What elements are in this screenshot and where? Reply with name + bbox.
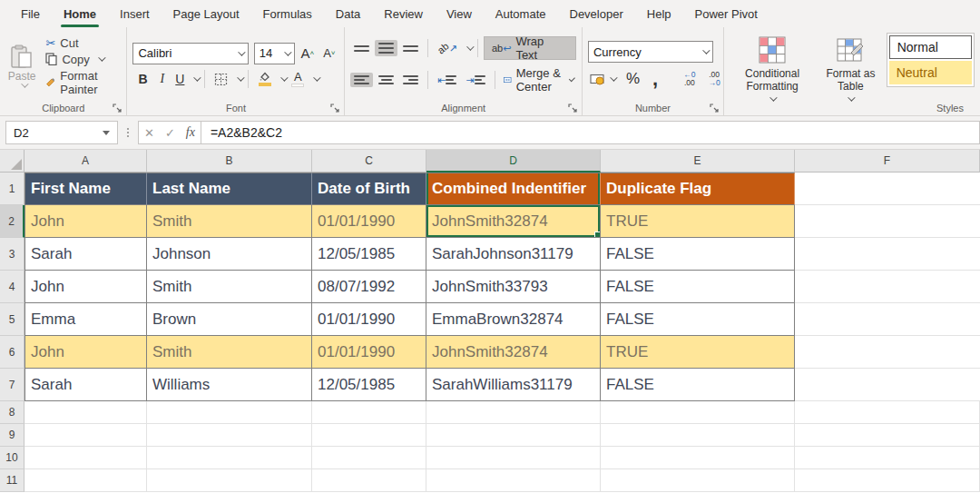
cell-B3[interactable]: Johnson (147, 238, 312, 271)
conditional-formatting-button[interactable]: Conditional Formatting (730, 33, 815, 105)
row-header-10[interactable]: 10 (0, 447, 24, 469)
cell-E3[interactable]: FALSE (601, 238, 795, 271)
bold-button[interactable]: B (132, 70, 152, 88)
underline-button[interactable]: U (172, 70, 188, 88)
accounting-format-button[interactable] (588, 72, 617, 87)
orientation-button[interactable]: ab ↗ (434, 40, 460, 57)
cell-F1[interactable] (795, 173, 980, 205)
cell-A9[interactable] (24, 424, 147, 447)
cell-B7[interactable]: Williams (147, 369, 312, 401)
cell-D2[interactable]: JohnSmith32874 (426, 205, 601, 238)
font-color-button[interactable]: A (288, 69, 308, 90)
cell-E5[interactable]: FALSE (601, 303, 795, 336)
cell-E7[interactable]: FALSE (601, 369, 795, 401)
formula-bar-grip[interactable] (127, 128, 129, 137)
cell-A2[interactable]: John (24, 205, 147, 238)
tab-page-layout[interactable]: Page Layout (162, 2, 251, 27)
cell-B1[interactable]: Last Name (147, 173, 312, 205)
cell-C5[interactable]: 01/01/1990 (312, 303, 426, 336)
cell-A10[interactable] (24, 447, 147, 469)
formula-input[interactable]: =A2&B2&C2 (201, 121, 980, 144)
cell-D7[interactable]: SarahWilliams31179 (426, 369, 601, 401)
tab-formulas[interactable]: Formulas (251, 2, 324, 27)
row-header-4[interactable]: 4 (0, 271, 24, 303)
cell-A11[interactable] (24, 469, 147, 492)
fill-handle[interactable] (594, 232, 600, 237)
tab-review[interactable]: Review (372, 2, 435, 27)
format-as-table-button[interactable]: Format as Table (818, 33, 882, 105)
row-header-3[interactable]: 3 (0, 238, 24, 271)
alignment-dialog-launcher[interactable] (568, 104, 578, 113)
cell-D10[interactable] (426, 447, 601, 469)
tab-power-pivot[interactable]: Power Pivot (683, 2, 769, 27)
name-box[interactable]: D2 (5, 121, 118, 144)
cell-F2[interactable] (795, 205, 980, 238)
cell-E11[interactable] (601, 469, 795, 492)
cut-button[interactable]: ✂ Cut (45, 36, 121, 50)
cell-D4[interactable]: JohnSmith33793 (426, 271, 601, 303)
cell-C1[interactable]: Date of Birth (312, 173, 426, 205)
wrap-text-button[interactable]: ab↩ Wrap Text (484, 36, 576, 60)
cell-E9[interactable] (601, 424, 795, 447)
fill-color-button[interactable] (254, 69, 275, 89)
row-header-11[interactable]: 11 (0, 469, 24, 492)
cell-A3[interactable]: Sarah (24, 238, 147, 271)
row-header-6[interactable]: 6 (0, 336, 24, 369)
cell-F7[interactable] (795, 369, 980, 401)
cell-B6[interactable]: Smith (147, 336, 312, 369)
shrink-font-button[interactable]: A˅ (319, 44, 338, 62)
cell-F4[interactable] (795, 271, 980, 303)
paste-button[interactable]: Paste (5, 31, 38, 101)
tab-view[interactable]: View (435, 2, 484, 27)
cell-C8[interactable] (312, 401, 426, 424)
merge-center-button[interactable]: Merge & Center (500, 64, 576, 95)
font-dialog-launcher[interactable] (330, 104, 340, 113)
cell-F5[interactable] (795, 303, 980, 336)
cell-B10[interactable] (147, 447, 312, 469)
cell-style-neutral[interactable]: Neutral (889, 61, 972, 84)
align-top-button[interactable] (350, 43, 373, 54)
borders-button[interactable] (211, 70, 231, 89)
cell-B4[interactable]: Smith (147, 271, 312, 303)
tab-developer[interactable]: Developer (558, 2, 635, 27)
cell-E6[interactable]: TRUE (601, 336, 795, 369)
cell-C2[interactable]: 01/01/1990 (312, 205, 426, 238)
number-format-combo[interactable]: Currency (588, 41, 713, 63)
grow-font-button[interactable]: A˄ (297, 44, 318, 63)
enter-button[interactable]: ✓ (165, 126, 175, 140)
font-name-combo[interactable]: Calibri (132, 43, 248, 64)
cell-E2[interactable]: TRUE (601, 205, 795, 238)
cell-C6[interactable]: 01/01/1990 (312, 336, 426, 369)
cell-F11[interactable] (795, 469, 980, 492)
cell-A4[interactable]: John (24, 271, 147, 303)
cell-F6[interactable] (795, 336, 980, 369)
row-header-2[interactable]: 2 (0, 205, 24, 238)
tab-file[interactable]: File (9, 2, 52, 27)
cell-C7[interactable]: 12/05/1985 (312, 369, 426, 401)
tab-help[interactable]: Help (635, 2, 683, 27)
italic-button[interactable]: I (155, 70, 171, 88)
cell-F3[interactable] (795, 238, 980, 271)
row-header-1[interactable]: 1 (0, 173, 24, 205)
increase-indent-button[interactable]: ⇥ (462, 72, 488, 89)
cell-C4[interactable]: 08/07/1992 (312, 271, 426, 303)
cell-D11[interactable] (426, 469, 601, 492)
column-header-A[interactable]: A (24, 150, 147, 173)
cell-B9[interactable] (147, 424, 312, 447)
cell-style-normal[interactable]: Normal (889, 35, 972, 59)
tab-data[interactable]: Data (324, 2, 372, 27)
cell-F10[interactable] (795, 447, 980, 469)
cell-E8[interactable] (601, 401, 795, 424)
cell-B5[interactable]: Brown (147, 303, 312, 336)
cell-E1[interactable]: Duplicate Flag (601, 173, 795, 205)
cell-E4[interactable]: FALSE (601, 271, 795, 303)
decrease-indent-button[interactable]: ⇤ (434, 72, 460, 89)
tab-automate[interactable]: Automate (484, 2, 558, 27)
cell-D1[interactable]: Combined Indentifier (426, 173, 601, 205)
tab-home[interactable]: Home (52, 2, 108, 27)
cell-B11[interactable] (147, 469, 312, 492)
select-all-button[interactable] (0, 150, 24, 173)
column-header-B[interactable]: B (147, 150, 312, 173)
cell-F8[interactable] (795, 401, 980, 424)
column-header-E[interactable]: E (601, 150, 795, 173)
